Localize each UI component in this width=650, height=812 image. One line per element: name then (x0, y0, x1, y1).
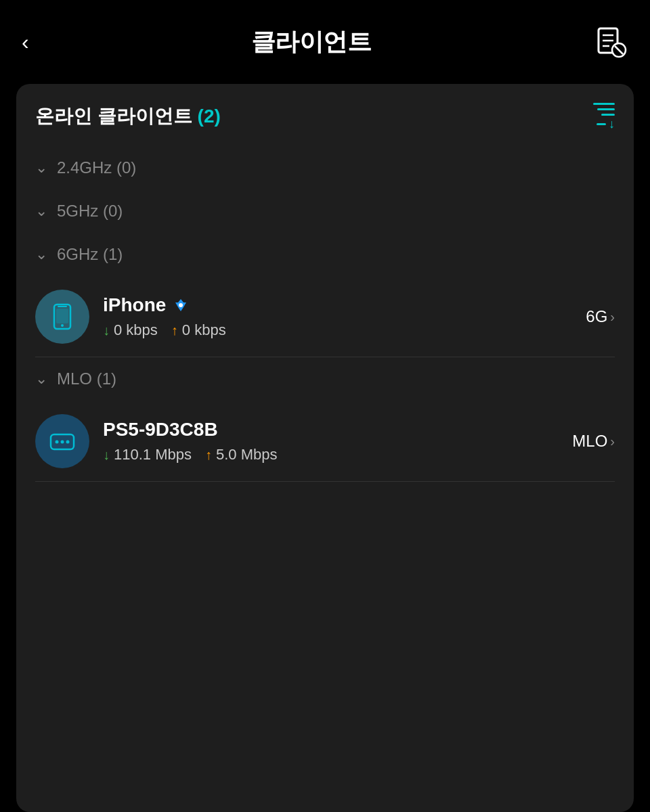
chevron-6ghz-icon: ⌄ (35, 247, 47, 262)
main-card: 온라인 클라이언트 (2) ↓ ⌄ 2.4GHz (0) (16, 84, 634, 812)
download-arrow-icon: ↓ (103, 323, 110, 338)
device-band-iphone[interactable]: 6G › (586, 307, 615, 326)
band-label-5ghz: 5GHz (0) (57, 202, 123, 221)
svg-point-8 (61, 324, 64, 327)
block-clients-icon (594, 26, 627, 58)
download-arrow-ps5-icon: ↓ (103, 447, 110, 463)
device-name-ps5: PS5-9D3C8B (103, 419, 218, 441)
device-name-row-iphone: iPhone (103, 294, 572, 316)
band-header-5ghz[interactable]: ⌄ 5GHz (0) (35, 202, 615, 221)
device-item-ps5[interactable]: PS5-9D3C8B ↓ 110.1 Mbps ↑ 5.0 Mbps MLO › (16, 401, 634, 482)
upload-speed-iphone: ↑ 0 kbps (171, 321, 226, 339)
page-title: 클라이언트 (251, 26, 372, 59)
device-avatar-ps5 (35, 414, 89, 468)
chevron-right-ps5-icon: › (610, 434, 615, 449)
sort-line-4 (597, 123, 606, 125)
download-speed-iphone: ↓ 0 kbps (103, 321, 158, 339)
header: ‹ 클라이언트 (0, 0, 650, 78)
band-group-5ghz: ⌄ 5GHz (0) (16, 189, 634, 233)
band-group-mlo: ⌄ MLO (1) (16, 357, 634, 401)
svg-point-12 (56, 441, 59, 444)
band-header-mlo[interactable]: ⌄ MLO (1) (35, 369, 615, 388)
svg-point-10 (179, 303, 183, 307)
device-speeds-iphone: ↓ 0 kbps ↑ 0 kbps (103, 321, 572, 339)
device-info-ps5: PS5-9D3C8B ↓ 110.1 Mbps ↑ 5.0 Mbps (103, 419, 559, 464)
sort-button[interactable]: ↓ (593, 103, 615, 130)
band-label-2ghz: 2.4GHz (0) (57, 158, 136, 177)
section-header: 온라인 클라이언트 (2) ↓ (16, 103, 634, 146)
band-group-6ghz: ⌄ 6GHz (1) (16, 233, 634, 276)
band-header-6ghz[interactable]: ⌄ 6GHz (1) (35, 245, 615, 264)
upload-arrow-icon: ↑ (171, 323, 178, 338)
device-info-iphone: iPhone ↓ 0 kbps ↑ (103, 294, 572, 339)
band-header-2ghz[interactable]: ⌄ 2.4GHz (0) (35, 158, 615, 177)
band-label-6ghz: 6GHz (1) (57, 245, 123, 264)
gaming-icon (47, 426, 77, 456)
upload-speed-ps5: ↑ 5.0 Mbps (205, 446, 278, 464)
device-name-iphone: iPhone (103, 294, 166, 316)
device-name-row-ps5: PS5-9D3C8B (103, 419, 559, 441)
pin-icon-iphone (173, 297, 189, 313)
device-avatar-iphone (35, 290, 89, 344)
sort-arrow-icon: ↓ (609, 118, 615, 130)
sort-line-1 (593, 103, 615, 105)
phone-icon (48, 302, 77, 331)
section-title: 온라인 클라이언트 (2) (35, 104, 221, 129)
device-item-iphone[interactable]: iPhone ↓ 0 kbps ↑ (16, 276, 634, 357)
band-label-mlo: MLO (1) (57, 369, 116, 388)
sort-line-2 (597, 108, 615, 110)
screen: ‹ 클라이언트 온라인 클라이언트 (2) (0, 0, 650, 812)
device-band-ps5[interactable]: MLO › (572, 432, 615, 451)
svg-rect-7 (58, 306, 67, 307)
svg-rect-9 (56, 309, 68, 323)
chevron-5ghz-icon: ⌄ (35, 204, 47, 219)
back-button[interactable]: ‹ (22, 31, 29, 53)
band-group-2ghz: ⌄ 2.4GHz (0) (16, 146, 634, 189)
chevron-2ghz-icon: ⌄ (35, 160, 47, 175)
download-speed-ps5: ↓ 110.1 Mbps (103, 446, 192, 464)
sort-line-3 (601, 114, 615, 116)
svg-point-14 (66, 441, 70, 444)
device-speeds-ps5: ↓ 110.1 Mbps ↑ 5.0 Mbps (103, 446, 559, 464)
block-clients-button[interactable] (593, 24, 628, 60)
svg-point-13 (61, 441, 64, 444)
upload-arrow-ps5-icon: ↑ (205, 447, 212, 463)
chevron-right-iphone-icon: › (610, 309, 615, 325)
chevron-mlo-icon: ⌄ (35, 371, 47, 386)
